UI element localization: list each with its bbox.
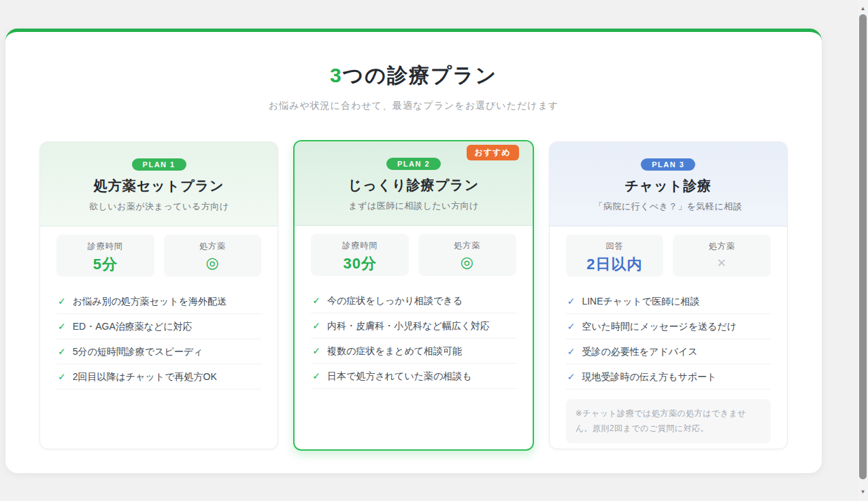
feature-item: ✓ 複数の症状をまとめて相談可能 [311, 339, 516, 364]
check-icon: ✓ [312, 369, 320, 383]
page-subtitle: お悩みや状況に合わせて、最適なプランをお選びいただけます [5, 100, 822, 112]
feature-item: ✓ お悩み別の処方薬セットを海外配送 [56, 289, 261, 314]
plan-card-1[interactable]: PLAN 1 処方薬セットプラン 欲しいお薬が決まっている方向け 診療時間 5分… [39, 141, 278, 449]
check-icon: ✓ [567, 294, 575, 308]
plan-2-stats: 診療時間 30分 処方薬 ◎ [311, 234, 516, 276]
feature-text: 日本で処方されていた薬の相談も [327, 369, 472, 383]
plan-1-title: 処方薬セットプラン [40, 177, 278, 195]
check-icon: ✓ [567, 345, 575, 358]
page-title: 3つの診療プラン [5, 62, 822, 90]
plan-3-note: ※チャット診療では処方薬の処方はできません。原則2回までのご質問に対応。 [566, 399, 771, 443]
feature-item: ✓ 空いた時間にメッセージを送るだけ [566, 314, 771, 339]
check-icon: ✓ [312, 294, 320, 307]
stat-label: 処方薬 [421, 240, 514, 252]
check-icon: ✓ [567, 319, 575, 333]
plan-3-title: チャット診療 [550, 177, 787, 195]
feature-item: ✓ ED・AGA治療薬などに対応 [56, 314, 261, 339]
page-title-accent: 3 [330, 64, 343, 86]
feature-text: LINEチャットで医師に相談 [582, 294, 699, 308]
check-icon: ✓ [58, 370, 66, 383]
page-title-text: つの診療プラン [343, 64, 498, 86]
plan-3-stats: 回答 2日以内 処方薬 × [566, 235, 771, 277]
stat-box: 診療時間 30分 [311, 234, 409, 276]
feature-text: お悩み別の処方薬セットを海外配送 [73, 294, 227, 308]
stat-label: 回答 [569, 241, 661, 252]
plan-card-2[interactable]: おすすめ PLAN 2 じっくり診療プラン まずは医師に相談したい方向け 診療時… [293, 140, 533, 451]
feature-item: ✓ 現地受診時の伝え方もサポート [566, 364, 771, 390]
plan-1-badge: PLAN 1 [132, 158, 186, 171]
scrollbar-thumb[interactable] [859, 14, 867, 479]
check-icon: ✓ [58, 345, 66, 358]
feature-item: ✓ 日本で処方されていた薬の相談も [311, 364, 516, 389]
feature-text: 内科・皮膚科・小児科など幅広く対応 [327, 319, 490, 332]
stat-box: 診療時間 5分 [56, 235, 154, 277]
feature-text: 今の症状をしっかり相談できる [327, 294, 463, 307]
plan-2-subtitle: まずは医師に相談したい方向け [295, 200, 532, 212]
stat-box: 回答 2日以内 [566, 235, 664, 277]
plan-3-badge: PLAN 3 [641, 158, 695, 171]
plan-card-1-header: PLAN 1 処方薬セットプラン 欲しいお薬が決まっている方向け [40, 142, 278, 226]
stat-value: ◎ [421, 254, 514, 271]
stat-value: × [675, 254, 768, 272]
check-icon: ✓ [58, 294, 66, 308]
plan-2-title: じっくり診療プラン [295, 176, 532, 194]
feature-item: ✓ 5分の短時間診療でスピーディ [56, 339, 261, 364]
plan-2-features: ✓ 今の症状をしっかり相談できる ✓ 内科・皮膚科・小児科など幅広く対応 ✓ 複… [311, 288, 516, 389]
stat-box: 処方薬 ◎ [164, 235, 262, 277]
stat-value: 2日以内 [569, 254, 661, 275]
feature-text: 5分の短時間診療でスピーディ [73, 345, 203, 358]
feature-text: 2回目以降はチャットで再処方OK [73, 370, 217, 383]
plan-1-features: ✓ お悩み別の処方薬セットを海外配送 ✓ ED・AGA治療薬などに対応 ✓ 5分… [56, 289, 261, 390]
stat-box: 処方薬 ◎ [418, 234, 516, 276]
stat-value: ◎ [167, 254, 259, 272]
check-icon: ✓ [312, 319, 320, 332]
stat-label: 診療時間 [314, 240, 406, 252]
feature-item: ✓ 内科・皮膚科・小児科など幅広く対応 [311, 313, 516, 339]
plan-card-3-header: PLAN 3 チャット診療 「病院に行くべき？」を気軽に相談 [550, 142, 787, 226]
plan-1-subtitle: 欲しいお薬が決まっている方向け [40, 201, 278, 213]
scrollbar[interactable]: ▲ ▼ [858, 0, 868, 501]
scrollbar-down-icon[interactable]: ▼ [858, 489, 868, 496]
plan-2-badge: PLAN 2 [386, 158, 441, 170]
plans-section: 3つの診療プラン お悩みや状況に合わせて、最適なプランをお選びいただけます PL… [5, 29, 822, 473]
feature-text: 空いた時間にメッセージを送るだけ [582, 319, 737, 333]
recommended-badge: おすすめ [467, 145, 519, 160]
scrollbar-up-icon[interactable]: ▲ [858, 5, 868, 12]
plan-3-features: ✓ LINEチャットで医師に相談 ✓ 空いた時間にメッセージを送るだけ ✓ 受診… [566, 289, 771, 390]
stat-label: 診療時間 [59, 241, 152, 252]
stat-label: 処方薬 [675, 241, 768, 252]
feature-item: ✓ LINEチャットで医師に相談 [566, 289, 771, 314]
feature-text: 複数の症状をまとめて相談可能 [327, 344, 462, 358]
check-icon: ✓ [312, 344, 320, 358]
stat-value: 5分 [59, 254, 152, 275]
feature-text: 受診の必要性をアドバイス [582, 345, 697, 358]
stat-value: 30分 [314, 254, 406, 274]
check-icon: ✓ [58, 319, 66, 333]
feature-text: 現地受診時の伝え方もサポート [582, 370, 716, 383]
stat-label: 処方薬 [167, 241, 259, 252]
plan-1-stats: 診療時間 5分 処方薬 ◎ [56, 235, 261, 277]
feature-item: ✓ 今の症状をしっかり相談できる [311, 288, 516, 313]
plan-3-subtitle: 「病院に行くべき？」を気軽に相談 [550, 201, 787, 213]
plan-cards-row: PLAN 1 処方薬セットプラン 欲しいお薬が決まっている方向け 診療時間 5分… [5, 141, 822, 452]
stat-box: 処方薬 × [673, 235, 771, 277]
plan-card-3[interactable]: PLAN 3 チャット診療 「病院に行くべき？」を気軽に相談 回答 2日以内 処… [549, 141, 788, 449]
feature-text: ED・AGA治療薬などに対応 [73, 319, 193, 333]
feature-item: ✓ 受診の必要性をアドバイス [566, 339, 771, 364]
feature-item: ✓ 2回目以降はチャットで再処方OK [56, 364, 261, 390]
check-icon: ✓ [567, 370, 575, 383]
